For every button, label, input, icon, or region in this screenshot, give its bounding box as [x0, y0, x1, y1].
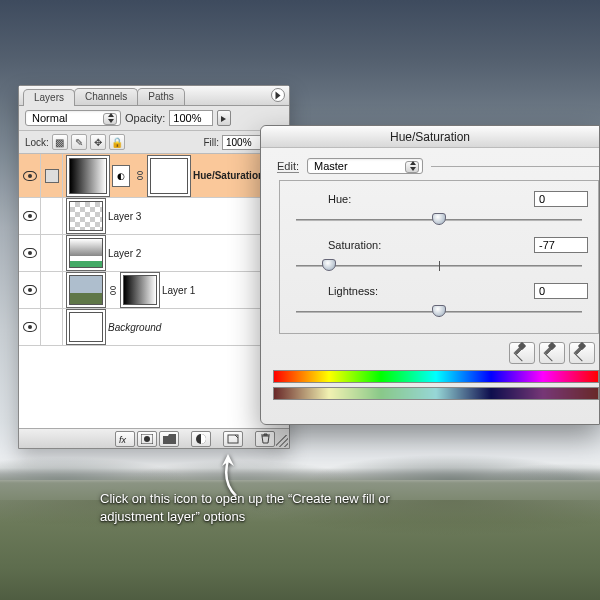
layer-thumbnail	[69, 201, 103, 231]
svg-point-2	[144, 436, 150, 442]
adjustment-type-icon: ◐	[112, 165, 130, 187]
hue-field[interactable]	[534, 191, 588, 207]
visibility-toggle[interactable]	[19, 235, 41, 271]
opacity-label: Opacity:	[125, 112, 165, 124]
mask-icon[interactable]	[137, 431, 157, 447]
lock-label: Lock:	[25, 137, 49, 148]
layer-thumbnail	[69, 238, 103, 268]
adjustment-layer-icon[interactable]	[191, 431, 211, 447]
edit-label: Edit:	[277, 160, 299, 173]
lock-transparency-icon[interactable]: ▩	[52, 134, 68, 150]
eyedropper-icon[interactable]	[509, 342, 535, 364]
visibility-toggle[interactable]	[19, 198, 41, 234]
new-layer-icon[interactable]	[223, 431, 243, 447]
blend-mode-select[interactable]: Normal	[25, 110, 121, 126]
spectrum-source	[273, 370, 599, 383]
fill-label: Fill:	[203, 137, 219, 148]
layer-mask-thumbnail[interactable]	[123, 275, 157, 305]
saturation-field[interactable]	[534, 237, 588, 253]
layer-row-background[interactable]: Background	[19, 309, 289, 346]
eyedropper-add-icon[interactable]	[539, 342, 565, 364]
hue-slider[interactable]	[296, 211, 582, 229]
saturation-slider[interactable]	[296, 257, 582, 275]
layers-panel: Layers Channels Paths Normal Opacity: Lo…	[18, 85, 290, 449]
eyedropper-subtract-icon[interactable]	[569, 342, 595, 364]
opacity-field[interactable]	[169, 110, 213, 126]
mask-indicator	[41, 235, 63, 271]
spectrum-result	[273, 387, 599, 400]
dialog-title: Hue/Saturation	[261, 126, 599, 148]
svg-text:fx: fx	[119, 435, 127, 444]
layer-name: Layer 3	[108, 211, 141, 222]
layer-name: Background	[108, 322, 161, 333]
visibility-toggle[interactable]	[19, 309, 41, 345]
lightness-slider[interactable]	[296, 303, 582, 321]
lightness-field[interactable]	[534, 283, 588, 299]
edit-select[interactable]: Master	[307, 158, 423, 174]
link-icon	[108, 283, 118, 297]
layers-list: ◐ Hue/Saturation 1 Layer 3	[19, 154, 289, 428]
eye-icon	[23, 285, 37, 295]
layer-row-3[interactable]: Layer 3	[19, 198, 289, 235]
slider-group: Hue: Saturation:	[279, 180, 599, 334]
layer-thumbnail	[69, 312, 103, 342]
lock-fill-row: Lock: ▩ ✎ ✥ 🔒 Fill:	[19, 131, 289, 154]
folder-icon[interactable]	[159, 431, 179, 447]
layer-thumbnail	[69, 275, 103, 305]
layer-name: Layer 2	[108, 248, 141, 259]
blend-mode-value: Normal	[32, 112, 67, 124]
layer-row-1[interactable]: Layer 1	[19, 272, 289, 309]
resize-grip[interactable]	[276, 435, 288, 447]
adjustment-thumbnail	[69, 158, 107, 194]
color-spectra	[273, 370, 599, 404]
hue-label: Hue:	[328, 193, 418, 205]
mask-indicator	[41, 309, 63, 345]
eye-icon	[23, 171, 37, 181]
layer-name: Layer 1	[162, 285, 195, 296]
fx-icon[interactable]: fx	[115, 431, 135, 447]
lock-all-icon[interactable]: 🔒	[109, 134, 125, 150]
callout-text: Click on this icon to open up the “Creat…	[100, 490, 430, 525]
lock-pixels-icon[interactable]: ✎	[71, 134, 87, 150]
edit-value: Master	[314, 160, 348, 172]
visibility-toggle[interactable]	[19, 154, 41, 197]
mask-indicator	[41, 198, 63, 234]
trash-icon[interactable]	[255, 431, 275, 447]
layer-row-hue-saturation[interactable]: ◐ Hue/Saturation 1	[19, 154, 289, 198]
lightness-label: Lightness:	[328, 285, 418, 297]
layer-mask-thumbnail[interactable]	[150, 158, 188, 194]
link-icon	[135, 169, 145, 183]
blend-opacity-row: Normal Opacity:	[19, 106, 289, 131]
panel-tab-bar: Layers Channels Paths	[19, 86, 289, 106]
panel-footer: fx	[19, 428, 289, 448]
tab-channels[interactable]: Channels	[74, 88, 138, 105]
opacity-flyout-button[interactable]	[217, 110, 231, 126]
lock-position-icon[interactable]: ✥	[90, 134, 106, 150]
panel-flyout-menu-button[interactable]	[271, 88, 285, 102]
tab-layers[interactable]: Layers	[23, 89, 75, 106]
layer-row-2[interactable]: Layer 2	[19, 235, 289, 272]
eye-icon	[23, 248, 37, 258]
mask-indicator	[41, 272, 63, 308]
saturation-label: Saturation:	[328, 239, 418, 251]
hue-saturation-dialog: Hue/Saturation Edit: Master Hue:	[260, 125, 600, 425]
eye-icon	[23, 322, 37, 332]
visibility-toggle[interactable]	[19, 272, 41, 308]
eye-icon	[23, 211, 37, 221]
tab-paths[interactable]: Paths	[137, 88, 185, 105]
mask-indicator	[41, 154, 63, 197]
